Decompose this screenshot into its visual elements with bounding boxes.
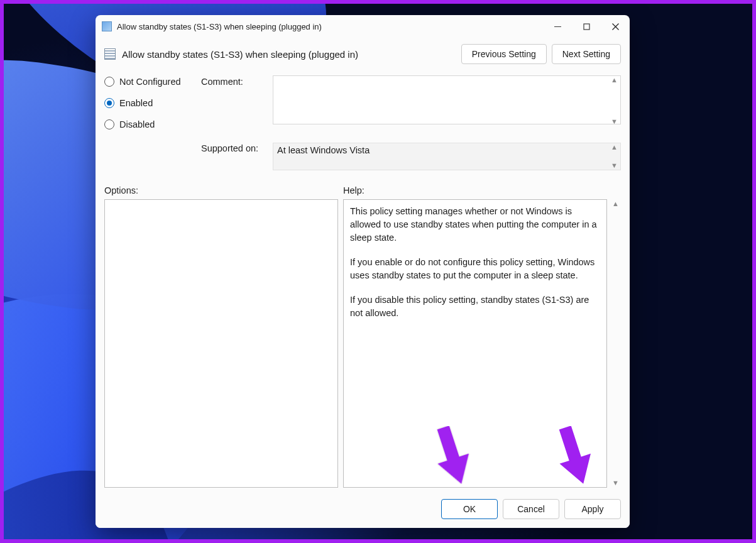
maximize-button[interactable] [572, 15, 601, 38]
supported-on-value: At least Windows Vista [277, 145, 370, 155]
comment-textarea[interactable] [273, 75, 621, 124]
window-icon [102, 21, 112, 31]
cancel-button[interactable]: Cancel [503, 499, 559, 519]
help-paragraph: This policy setting manages whether or n… [350, 205, 600, 244]
options-label: Options: [104, 185, 338, 195]
help-paragraph: If you disable this policy setting, stan… [350, 293, 600, 320]
apply-button[interactable]: Apply [564, 499, 621, 519]
radio-enabled[interactable]: Enabled [104, 98, 199, 108]
policy-header: Allow standby states (S1-S3) when sleepi… [96, 38, 630, 73]
radio-label: Enabled [119, 98, 153, 108]
comment-label: Comment: [201, 77, 270, 127]
help-label: Help: [343, 185, 364, 195]
close-button[interactable] [601, 15, 630, 38]
supported-on-box: At least Windows Vista [273, 143, 621, 170]
help-panel: This policy setting manages whether or n… [343, 199, 607, 488]
radio-disabled[interactable]: Disabled [104, 119, 199, 129]
radio-label: Disabled [119, 119, 155, 129]
svg-rect-1 [584, 24, 589, 30]
radio-icon [104, 119, 114, 129]
previous-setting-button[interactable]: Previous Setting [461, 44, 547, 64]
next-setting-button[interactable]: Next Setting [552, 44, 621, 64]
radio-icon [104, 77, 114, 87]
dialog-action-bar: OK Cancel Apply [96, 493, 630, 528]
state-radio-group: Not Configured Enabled Disabled [104, 75, 199, 170]
scroll-down-icon: ▼ [612, 480, 621, 486]
scroll-up-icon: ▲ [612, 200, 621, 207]
radio-label: Not Configured [119, 77, 181, 87]
titlebar: Allow standby states (S1-S3) when sleepi… [96, 15, 630, 38]
minimize-button[interactable] [543, 15, 572, 38]
options-panel [104, 199, 338, 488]
supported-label: Supported on: [201, 143, 270, 153]
ok-button[interactable]: OK [441, 499, 498, 519]
policy-title: Allow standby states (S1-S3) when sleepi… [122, 49, 455, 60]
help-paragraph: If you enable or do not configure this p… [350, 256, 600, 282]
policy-dialog: Allow standby states (S1-S3) when sleepi… [96, 15, 630, 528]
radio-icon [104, 98, 114, 108]
radio-not-configured[interactable]: Not Configured [104, 77, 199, 87]
policy-icon [104, 48, 116, 60]
window-title: Allow standby states (S1-S3) when sleepi… [117, 22, 543, 31]
